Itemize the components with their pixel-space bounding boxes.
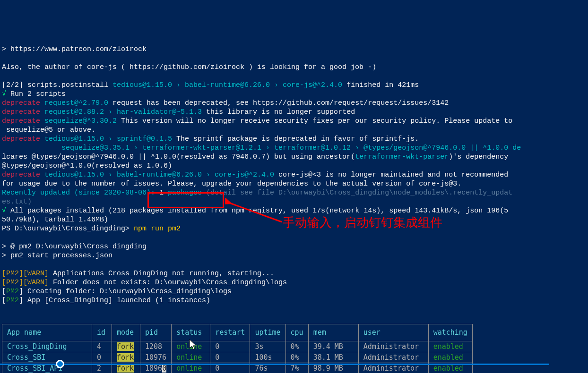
pm2-header: > @ pm2 D:\ourwaybi\Cross_dingding <box>2 243 147 251</box>
cell-uptime: 100s <box>250 352 285 363</box>
slider-thumb[interactable] <box>56 360 64 368</box>
cell-status: online <box>172 352 210 363</box>
col-status: status <box>172 324 210 341</box>
col-pid: pid <box>140 324 172 341</box>
cell-restart: 0 <box>210 352 250 363</box>
cell-pid: 1208 <box>140 341 172 352</box>
checkmark-icon: √ <box>2 90 6 98</box>
table-header-row: App nameidmodepidstatusrestartuptimecpum… <box>2 324 473 341</box>
col-id: id <box>92 324 112 341</box>
pm2-cmd: > pm2 start processes.json <box>2 252 112 260</box>
cell-mem: 38.1 MB <box>308 352 358 363</box>
line-patreon: > https://www.patreon.com/zloirock <box>2 45 147 53</box>
deprecate-label: deprecate <box>2 117 40 125</box>
terminal-output: > https://www.patreon.com/zloirock Also,… <box>0 36 588 305</box>
run2: Run 2 scripts <box>6 90 66 98</box>
table-row: Cross_SBI0fork10976online0100s0%38.1 MBA… <box>2 352 473 363</box>
col-mode: mode <box>112 324 140 341</box>
cell-mode: fork <box>112 341 140 352</box>
table-body: Cross_DingDing4fork1208online03s0%39.4 M… <box>2 341 473 373</box>
cell-id: 4 <box>92 341 112 352</box>
postinstall-suffix: finished in 421ms <box>342 81 419 89</box>
cell-pid: 10976 <box>140 352 172 363</box>
cell-user: Administrator <box>358 341 428 352</box>
cell-name: Cross_SBI <box>2 352 92 363</box>
deprecate-label: deprecate <box>2 99 40 107</box>
line-author: Also, the author of core-js ( https://gi… <box>2 63 376 71</box>
cell-watching: enabled <box>428 341 472 352</box>
col-cpu: cpu <box>285 324 308 341</box>
pm2-process-table: App nameidmodepidstatusrestartuptimecpum… <box>2 324 473 373</box>
col-uptime: uptime <box>250 324 285 341</box>
cell-cpu: 0% <box>285 352 308 363</box>
cell-watching: enabled <box>428 352 472 363</box>
col-watching: watching <box>428 324 472 341</box>
cell-user: Administrator <box>358 352 428 363</box>
pm2-warn: [PM2][WARN] <box>2 279 49 287</box>
col-user: user <box>358 324 428 341</box>
cell-cpu: 0% <box>285 341 308 352</box>
deprecate-label: deprecate <box>2 108 40 116</box>
pm2-warn: [PM2][WARN] <box>2 270 49 278</box>
checkmark-icon: √ <box>2 207 6 215</box>
col-app-name: App name <box>2 324 92 341</box>
slider-track[interactable] <box>0 364 549 365</box>
postinstall-chain: tedious@1.15.0 › babel-runtime@6.26.0 › … <box>112 81 342 89</box>
cell-name: Cross_DingDing <box>2 341 92 352</box>
postinstall-prefix: [2/2] scripts.postinstall <box>2 81 112 89</box>
cell-id: 0 <box>92 352 112 363</box>
command-input[interactable]: npm run pm2 <box>130 225 181 233</box>
table-row: Cross_DingDing4fork1208online03s0%39.4 M… <box>2 341 473 352</box>
annotation-text: 手动输入，启动钉钉集成组件 <box>283 218 442 227</box>
deprecate-label: deprecate <box>2 135 40 143</box>
cell-status: online <box>172 341 210 352</box>
cell-restart: 0 <box>210 341 250 352</box>
deprecate-label: deprecate <box>2 171 40 179</box>
cell-mode: fork <box>112 352 140 363</box>
ps-prompt: PS D:\ourwaybi\Cross_dingding> <box>2 225 130 233</box>
cell-uptime: 3s <box>250 341 285 352</box>
cell-mem: 39.4 MB <box>308 341 358 352</box>
col-restart: restart <box>210 324 250 341</box>
col-mem: mem <box>308 324 358 341</box>
